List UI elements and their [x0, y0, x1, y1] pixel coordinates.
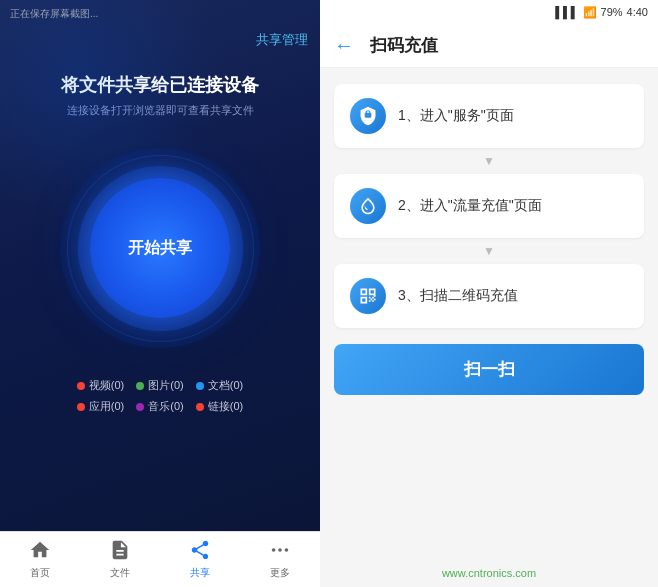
svg-point-0 — [272, 548, 276, 552]
nav-icon-1 — [109, 539, 131, 564]
nav-icon-3 — [269, 539, 291, 564]
chevron-down-1: ▼ — [334, 154, 644, 168]
step-card-1: 1、进入"服务"页面 — [334, 84, 644, 148]
stat-item: 链接(0) — [196, 399, 243, 414]
back-button[interactable]: ← — [334, 34, 354, 57]
svg-point-1 — [278, 548, 282, 552]
svg-point-2 — [285, 548, 289, 552]
right-status-bar: ▌▌▌ 📶 79% 4:40 — [320, 0, 658, 24]
stat-item: 应用(0) — [77, 399, 124, 414]
step-card-3: 3、扫描二维码充值 — [334, 264, 644, 328]
stat-label: 文档(0) — [208, 378, 243, 393]
step-icon-1 — [350, 98, 386, 134]
share-manage-text: 共享管理 — [256, 32, 308, 47]
bottom-nav-left: 首页 文件 共享 更多 — [0, 531, 320, 587]
more-icon — [269, 539, 291, 561]
stat-label: 图片(0) — [148, 378, 183, 393]
status-bar-left: 正在保存屏幕截图... — [0, 0, 320, 28]
file-stats: 视频(0) 图片(0) 文档(0) 应用(0) 音乐(0) 链接(0) — [57, 378, 263, 414]
stat-item: 图片(0) — [136, 378, 183, 393]
signal-icon: ▌▌▌ — [555, 6, 578, 18]
right-panel: ▌▌▌ 📶 79% 4:40 ← 扫码充值 1、进入"服务"页面 ▼ 2、进入"… — [320, 0, 658, 587]
battery-text: 79% — [601, 6, 623, 18]
step-icon-3 — [350, 278, 386, 314]
step-text-3: 3、扫描二维码充值 — [398, 287, 518, 305]
share-circle-outer[interactable]: 开始共享 — [60, 148, 260, 348]
stat-label: 应用(0) — [89, 399, 124, 414]
step-icon-2 — [350, 188, 386, 224]
nav-label-2: 共享 — [190, 566, 210, 580]
nav-item-共享[interactable]: 共享 — [160, 532, 240, 587]
wifi-icon: 📶 — [583, 6, 597, 19]
stat-item: 音乐(0) — [136, 399, 183, 414]
left-content: 将文件共享给已连接设备 连接设备打开浏览器即可查看共享文件 开始共享 视频(0)… — [0, 55, 320, 531]
nav-item-文件[interactable]: 文件 — [80, 532, 160, 587]
watermark: www.cntronics.com — [320, 559, 658, 587]
status-saving-text: 正在保存屏幕截图... — [10, 7, 98, 21]
stat-dot — [196, 382, 204, 390]
left-panel: 正在保存屏幕截图... 共享管理 将文件共享给已连接设备 连接设备打开浏览器即可… — [0, 0, 320, 587]
scan-button[interactable]: 扫一扫 — [334, 344, 644, 395]
nav-label-1: 文件 — [110, 566, 130, 580]
stat-dot — [136, 382, 144, 390]
nav-item-首页[interactable]: 首页 — [0, 532, 80, 587]
nav-icon-0 — [29, 539, 51, 564]
stat-dot — [77, 382, 85, 390]
share-icon — [189, 539, 211, 561]
right-header: ← 扫码充值 — [320, 24, 658, 68]
file-icon — [109, 539, 131, 561]
chevron-down-2: ▼ — [334, 244, 644, 258]
stat-dot — [77, 403, 85, 411]
start-share-label: 开始共享 — [128, 238, 192, 259]
stat-dot — [136, 403, 144, 411]
time-display: 4:40 — [627, 6, 648, 18]
step-text-1: 1、进入"服务"页面 — [398, 107, 514, 125]
scan-content: 1、进入"服务"页面 ▼ 2、进入"流量充值"页面 ▼ 3、扫描二维码充值 扫一… — [320, 68, 658, 559]
nav-icon-2 — [189, 539, 211, 564]
battery-percent: 79 — [601, 6, 613, 18]
home-icon — [29, 539, 51, 561]
step-card-2: 2、进入"流量充值"页面 — [334, 174, 644, 238]
status-icons: ▌▌▌ 📶 79% 4:40 — [555, 6, 648, 19]
nav-item-更多[interactable]: 更多 — [240, 532, 320, 587]
share-manage-bar: 共享管理 — [0, 28, 320, 55]
step-text-2: 2、进入"流量充值"页面 — [398, 197, 542, 215]
share-subtitle: 连接设备打开浏览器即可查看共享文件 — [67, 103, 254, 118]
right-title: 扫码充值 — [370, 34, 438, 57]
share-start-button[interactable]: 开始共享 — [90, 178, 230, 318]
stat-label: 音乐(0) — [148, 399, 183, 414]
stat-label: 视频(0) — [89, 378, 124, 393]
stat-item: 文档(0) — [196, 378, 243, 393]
stat-item: 视频(0) — [77, 378, 124, 393]
nav-label-3: 更多 — [270, 566, 290, 580]
nav-label-0: 首页 — [30, 566, 50, 580]
stat-label: 链接(0) — [208, 399, 243, 414]
share-title: 将文件共享给已连接设备 — [61, 73, 259, 97]
stat-dot — [196, 403, 204, 411]
